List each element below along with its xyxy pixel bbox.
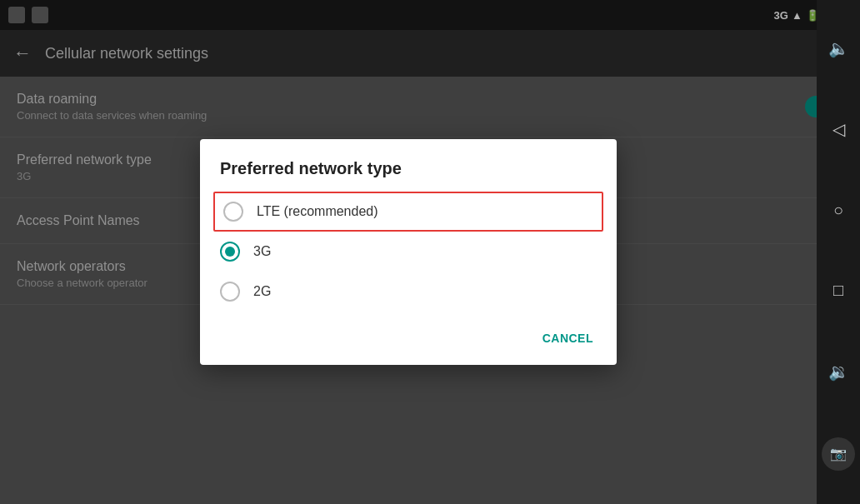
dialog-actions: CANCEL	[200, 318, 617, 358]
recents-nav-icon[interactable]: □	[823, 276, 853, 306]
volume-down-icon[interactable]: 🔉	[823, 357, 853, 387]
dialog-backdrop: Preferred network type LTE (recommended)…	[0, 0, 817, 504]
preferred-network-dialog: Preferred network type LTE (recommended)…	[200, 139, 617, 365]
3g-label: 3G	[253, 244, 271, 259]
back-nav-icon[interactable]: ◁	[823, 114, 853, 144]
2g-label: 2G	[253, 284, 271, 299]
lte-option-wrapper: LTE (recommended)	[213, 192, 603, 232]
home-nav-icon[interactable]: ○	[823, 195, 853, 225]
dialog-title: Preferred network type	[200, 159, 617, 192]
camera-icon[interactable]: 📷	[822, 437, 855, 471]
lte-option[interactable]: LTE (recommended)	[215, 193, 602, 230]
lte-radio-circle	[223, 202, 243, 222]
3g-radio-circle	[220, 242, 240, 262]
lte-label: LTE (recommended)	[257, 204, 378, 219]
2g-radio-circle	[220, 282, 240, 302]
volume-icon[interactable]: 🔈	[823, 33, 853, 63]
3g-option[interactable]: 3G	[200, 232, 617, 272]
right-sidebar: 🔈 ◁ ○ □ 🔉 📷	[817, 0, 860, 504]
2g-option[interactable]: 2G	[200, 272, 617, 312]
cancel-button[interactable]: CANCEL	[532, 325, 603, 352]
